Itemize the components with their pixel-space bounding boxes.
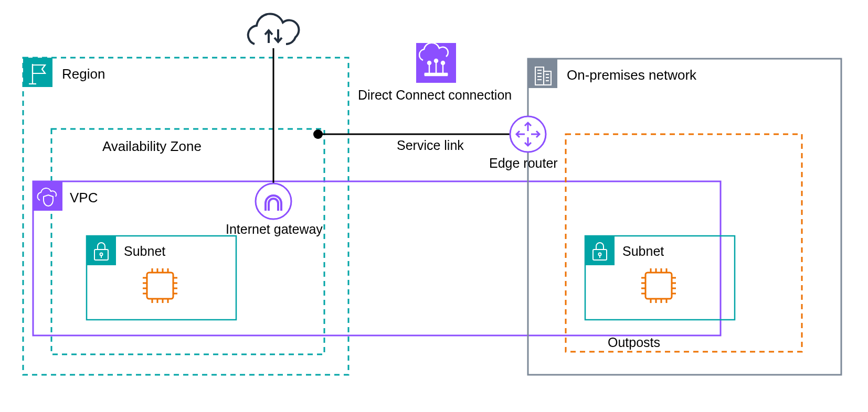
onprem-label: On-premises network — [567, 67, 697, 83]
vpc-box — [33, 181, 721, 335]
igw-label: Internet gateway — [226, 222, 323, 236]
service-link-label: Service link — [397, 138, 464, 153]
internet-cloud-icon — [248, 14, 299, 44]
svg-point-56 — [428, 61, 431, 64]
region-box — [23, 58, 348, 375]
subnet-outpost-label: Subnet — [622, 244, 664, 258]
subnet-region-label: Subnet — [124, 244, 165, 258]
outposts-label: Outposts — [608, 335, 660, 350]
dx-label: Direct Connect connection — [358, 88, 512, 102]
region-label: Region — [62, 66, 105, 82]
svg-point-57 — [435, 59, 438, 62]
az-label: Availability Zone — [102, 138, 202, 154]
onprem-box — [528, 59, 841, 375]
vpc-label: VPC — [70, 190, 98, 205]
service-link-endpoint — [313, 129, 323, 139]
svg-point-58 — [441, 61, 444, 64]
svg-rect-14 — [147, 273, 173, 299]
svg-rect-34 — [645, 273, 672, 299]
subnet-outpost-icon-tile — [585, 236, 615, 265]
chip-icon — [143, 268, 177, 303]
onprem-icon-tile — [528, 59, 557, 88]
region-icon-tile — [23, 58, 52, 87]
subnet-region-icon-tile — [87, 236, 116, 265]
chip-icon — [641, 268, 676, 303]
diagram-svg: Region Availability Zone VPC Subnet Subn… — [0, 0, 868, 412]
edge-router-label: Edge router — [489, 156, 558, 170]
network-diagram: Region Availability Zone VPC Subnet Subn… — [0, 0, 868, 412]
igw-circle — [256, 183, 291, 219]
